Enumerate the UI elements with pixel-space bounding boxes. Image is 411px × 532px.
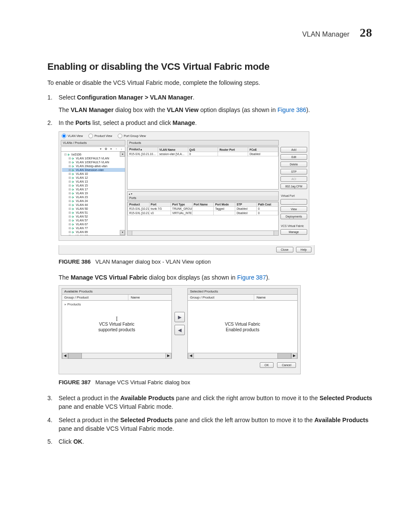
selected-placeholder: VCS Virtual FabricEnabled products (225, 321, 260, 333)
tree-node[interactable]: ⊞⬗ VLAN 44 (62, 203, 125, 207)
tree-node[interactable]: ⊞⬗ VLAN 51 (62, 211, 125, 215)
step-1-text: Select Configuration Manager > VLAN Mana… (59, 94, 194, 101)
tree-node[interactable]: ⊞⬗ VLAN 89 (62, 230, 125, 234)
ports-row[interactable]: R15-SXL [10.21.104.115v3VIRTUAL_INTERFAC… (128, 211, 278, 215)
figure-387-caption: FIGURE 387 Manage VCS Virtual Fabric dia… (59, 379, 372, 387)
tree-node[interactable]: ⊞⬗ VLAN 97 (62, 234, 125, 236)
ports-column-header[interactable]: Port Name (192, 202, 214, 207)
selected-hscrollbar[interactable]: ◀ ▶ (187, 353, 298, 359)
products-cell[interactable]: 0 (188, 152, 218, 156)
virtual-port-button[interactable]: ... (280, 199, 307, 205)
products-cell[interactable]: Disabled (248, 152, 278, 156)
tree-down-icon[interactable]: ↓ (119, 147, 124, 151)
tree-node[interactable]: ⊞⬗ VLAN 17 (62, 187, 125, 191)
tree-node[interactable]: ⊞⬗ VLAN 67 (62, 222, 125, 226)
tree-node[interactable]: ⊞⬗ VLAN 12 (62, 176, 125, 180)
page-header-chapter: 28 (360, 26, 372, 40)
tree-node[interactable]: ⊞⬗ VLAN 1/DEFAULT-VLAN (62, 156, 125, 160)
tree-node[interactable]: ⊟⬗ bc0106 (62, 152, 125, 156)
ports-cell: TRUNK_GROUP_INTERFACE (171, 207, 192, 211)
products-column-header[interactable]: QoS (188, 147, 218, 152)
products-panel-title: Products (127, 140, 279, 146)
tree-node[interactable]: ⊞⬗ VLAN 10 (62, 172, 125, 176)
scroll-thumb[interactable] (68, 353, 82, 359)
delete-button[interactable]: Delete (280, 162, 307, 167)
vlans-products-panel-title: VLANs / Products (61, 140, 125, 146)
step-3-number: 3. (47, 394, 53, 402)
ports-column-header[interactable]: Path Cost (257, 202, 278, 207)
selected-col-group: Group / Product (188, 295, 254, 300)
cancel-button[interactable]: Cancel (277, 362, 296, 368)
ok-button[interactable]: OK (260, 362, 274, 368)
tree-node[interactable]: ⊞⬗ VLAN 77 (62, 226, 125, 230)
tree-toolbar[interactable]: ▾ ✿ ▾ ↑ ↓ (61, 146, 125, 152)
cfm-button[interactable]: 802.1ag CFM (280, 184, 307, 189)
ports-column-header[interactable]: Port (149, 202, 171, 207)
products-cell[interactable] (218, 152, 248, 156)
scroll-thumb[interactable] (277, 353, 291, 359)
ports-column-header[interactable]: Port Mode (214, 202, 235, 207)
tree-node[interactable]: ⊞⬗ VLAN 24 (62, 199, 125, 203)
move-left-button[interactable]: ◀ (174, 325, 185, 335)
selected-products-title: Selected Products (187, 288, 298, 295)
tree-settings-icon[interactable]: ✿ (104, 147, 108, 151)
tree-node[interactable]: ⊞⬗ VLAN 13 (62, 180, 125, 184)
products-column-header[interactable]: VLAN Name (158, 147, 188, 152)
vlan-tree[interactable]: ▴ ▾ ⊟⬗ bc0106⊞⬗ VLAN 1/DEFAULT-VLAN⊞⬗ VL… (61, 152, 125, 236)
products-cell[interactable]: R15-SXL [10.21.10… (128, 152, 158, 156)
ports-row[interactable]: R15-SXL [10.21.104.115trunk 7/3TRUNK_GRO… (128, 207, 278, 211)
figure-386-link[interactable]: Figure 386 (277, 106, 306, 113)
products-column-header[interactable]: FCoE (248, 147, 278, 152)
products-cell[interactable]: session-vlan [VLA… (158, 152, 188, 156)
tree-node[interactable]: ⊞⬗ VLAN 2/keep-alive-vlan (62, 164, 125, 168)
figure-387-link[interactable]: Figure 387 (237, 274, 266, 281)
tree-filter-icon[interactable]: ▾ (99, 147, 103, 151)
aci-button[interactable]: ACI (280, 176, 307, 182)
page-header-title: VLAN Manager (302, 31, 349, 38)
tree-node[interactable]: ⊞⬗ VLAN 3/session-vlan (62, 168, 125, 172)
ports-cell: Disabled (235, 207, 257, 211)
selected-products-list[interactable]: VCS Virtual FabricEnabled products (187, 301, 298, 353)
ports-column-header[interactable]: Port Type (171, 202, 192, 207)
tree-scroll-up-icon[interactable]: ▴ (120, 152, 125, 157)
help-button[interactable]: Help (296, 247, 311, 252)
ports-hscrollbar[interactable] (127, 231, 279, 236)
tree-node[interactable]: ⊞⬗ VLAN 52 (62, 215, 125, 218)
scroll-left-icon[interactable]: ◀ (62, 353, 68, 358)
tree-node[interactable]: ⊞⬗ VLAN 15 (62, 184, 125, 187)
step-4-number: 4. (47, 416, 53, 424)
close-button[interactable]: Close (276, 247, 293, 252)
available-root-node[interactable]: Products (65, 302, 169, 306)
manage-button[interactable]: Manage (280, 229, 307, 235)
tree-node[interactable]: ⊞⬗ VLAN 1/DEFAULT-VLAN (62, 160, 125, 164)
move-right-button[interactable]: ▶ (174, 312, 185, 322)
ports-column-header[interactable]: STP (235, 202, 257, 207)
stp-button[interactable]: STP (280, 169, 307, 174)
available-hscrollbar[interactable]: ◀ ▶ (62, 353, 172, 359)
ports-column-header[interactable]: Product (128, 202, 149, 207)
tree-node[interactable]: ⊞⬗ VLAN 50 (62, 207, 125, 211)
vlan-view-radio[interactable]: VLAN View (61, 134, 83, 137)
add-button[interactable]: Add (280, 147, 307, 152)
view-button[interactable]: View (280, 206, 307, 212)
tree-node[interactable]: ⊞⬗ VLAN 23 (62, 195, 125, 199)
products-column-header[interactable]: Product ▴ (128, 147, 158, 152)
tree-node[interactable]: ⊞⬗ VLAN 57 (62, 218, 125, 222)
port-group-view-radio[interactable]: Port Group View (117, 134, 146, 137)
products-column-header[interactable]: Router Port (218, 147, 248, 152)
scroll-left-icon[interactable]: ◀ (188, 353, 194, 358)
available-products-list[interactable]: Products I VCS Virtual Fabricsupported p… (62, 301, 172, 353)
scroll-right-icon[interactable]: ▶ (291, 353, 297, 358)
tree-dropdown-icon[interactable]: ▾ (109, 147, 113, 151)
scroll-right-icon[interactable]: ▶ (165, 353, 171, 358)
products-table[interactable]: Product ▴VLAN NameQoSRouter PortFCoE R15… (128, 147, 278, 156)
ports-table[interactable]: ProductPortPort TypePort NamePort ModeST… (128, 202, 278, 215)
tree-node[interactable]: ⊞⬗ VLAN 19 (62, 191, 125, 195)
tree-up-icon[interactable]: ↑ (114, 147, 118, 151)
ports-cell: v3 (149, 211, 171, 215)
ports-collapse-icon[interactable]: ▴ ▾ (129, 192, 132, 195)
product-view-radio[interactable]: Product View (88, 134, 112, 137)
edit-button[interactable]: Edit (280, 154, 307, 160)
tree-scroll-down-icon[interactable]: ▾ (120, 230, 125, 235)
deployments-button[interactable]: Deployments (280, 214, 307, 219)
